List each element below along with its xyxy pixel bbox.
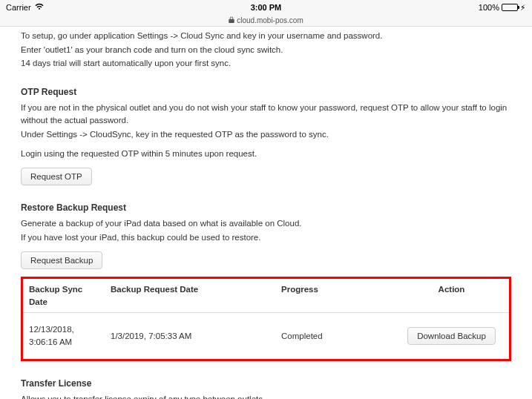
url-text: cloud.mobi-pos.com — [237, 16, 303, 24]
status-time: 3:00 PM — [251, 3, 282, 12]
request-otp-button[interactable]: Request OTP — [21, 168, 92, 185]
restore-section: Restore Backup Request Generate a backup… — [21, 202, 511, 360]
browser-url-bar: cloud.mobi-pos.com — [0, 15, 532, 27]
battery-percent: 100% — [479, 3, 499, 12]
backup-table: Backup Sync Date Backup Request Date Pro… — [23, 279, 509, 359]
setup-intro: To setup, go under application Settings … — [21, 30, 511, 70]
table-header-row: Backup Sync Date Backup Request Date Pro… — [23, 279, 509, 313]
table-row: 12/13/2018, 3:06:16 AM 1/3/2019, 7:05:33… — [23, 313, 509, 359]
carrier-label: Carrier — [6, 3, 31, 12]
wifi-icon — [34, 3, 45, 12]
charging-icon: ⚡︎ — [520, 3, 526, 13]
transfer-section: Transfer License Allows you to transfer … — [21, 377, 511, 399]
intro-line: 14 days trial will start automatically u… — [21, 57, 511, 70]
otp-section: OTP Request If you are not in the physic… — [21, 86, 511, 185]
cell-action: Download Backup — [394, 313, 509, 359]
cell-request-date: 1/3/2019, 7:05:33 AM — [105, 313, 275, 359]
restore-text: Generate a backup of your iPad data base… — [21, 217, 511, 230]
intro-line: To setup, go under application Settings … — [21, 30, 511, 42]
otp-text: Login using the requested OTP within 5 m… — [21, 148, 511, 160]
page-content: To setup, go under application Settings … — [0, 30, 532, 399]
cell-sync-date: 12/13/2018, 3:06:16 AM — [23, 313, 105, 359]
col-sync-date: Backup Sync Date — [23, 279, 105, 313]
restore-text: If you have lost your iPad, this backup … — [21, 231, 511, 244]
lock-icon — [229, 16, 234, 24]
battery-icon — [502, 4, 518, 11]
col-request-date: Backup Request Date — [105, 279, 275, 313]
intro-line: Enter 'outlet1' as your branch code and … — [21, 44, 511, 56]
otp-text: If you are not in the physical outlet an… — [21, 102, 511, 126]
backup-table-highlight: Backup Sync Date Backup Request Date Pro… — [21, 277, 511, 361]
col-progress: Progress — [275, 279, 394, 313]
col-action: Action — [394, 279, 509, 313]
otp-text: Under Settings -> CloudSync, key in the … — [21, 128, 511, 141]
status-bar: Carrier 3:00 PM 100% ⚡︎ — [0, 0, 532, 15]
cell-progress: Completed — [275, 313, 394, 359]
otp-heading: OTP Request — [21, 86, 511, 99]
transfer-heading: Transfer License — [21, 377, 511, 390]
status-left: Carrier — [6, 3, 45, 12]
restore-heading: Restore Backup Request — [21, 202, 511, 214]
status-right: 100% ⚡︎ — [479, 3, 526, 13]
download-backup-button[interactable]: Download Backup — [407, 327, 496, 345]
transfer-text: Allows you to transfer license expiry of… — [21, 393, 511, 399]
request-backup-button[interactable]: Request Backup — [21, 251, 102, 269]
